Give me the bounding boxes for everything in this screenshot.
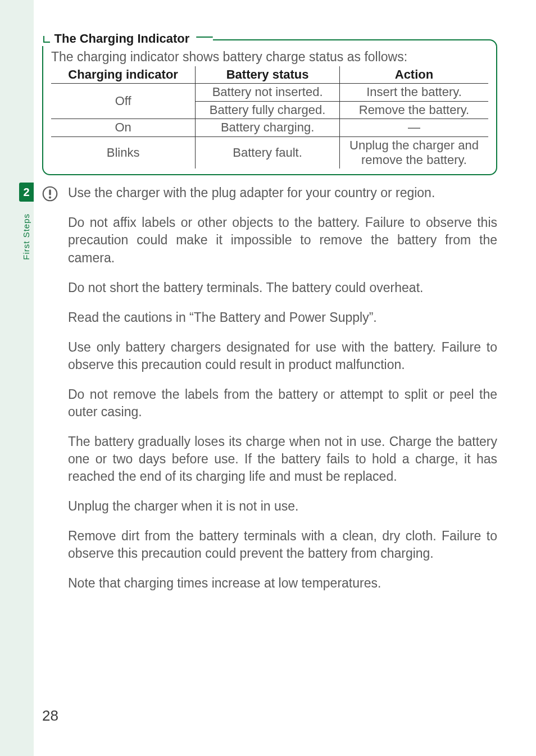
section-side-label: First Steps	[21, 213, 31, 260]
cell-status: Battery not inserted.	[196, 84, 340, 101]
svg-point-2	[49, 197, 51, 199]
cell-indicator: On	[51, 119, 196, 136]
callout-intro: The charging indicator shows battery cha…	[51, 49, 488, 64]
caution-item: Use only battery chargers designated for…	[68, 339, 497, 374]
callout-title: The Charging Indicator	[53, 31, 193, 46]
th-action: Action	[339, 66, 488, 84]
svg-rect-1	[49, 190, 51, 196]
th-indicator: Charging indicator	[51, 66, 196, 84]
caution-item: Do not remove the labels from the batter…	[68, 386, 497, 421]
cell-status: Battery fully charged.	[196, 101, 340, 119]
cell-indicator: Blinks	[51, 136, 196, 168]
cell-action: Remove the battery.	[339, 101, 488, 119]
table-row: Blinks Battery fault. Unplug the charger…	[51, 136, 488, 168]
callout-corner-icon	[42, 35, 50, 43]
th-status: Battery status	[196, 66, 340, 84]
caution-item: Do not affix labels or other objects to …	[68, 214, 497, 266]
caution-item: Do not short the battery terminals. The …	[68, 279, 497, 297]
chapter-number-tab: 2	[19, 183, 34, 202]
table-row: On Battery charging. —	[51, 119, 488, 136]
cell-status: Battery fault.	[196, 136, 340, 168]
table-row: Off Battery not inserted. Insert the bat…	[51, 84, 488, 101]
charging-indicator-callout: The Charging Indicator The charging indi…	[42, 39, 497, 175]
caution-item: Read the cautions in “The Battery and Po…	[68, 309, 497, 326]
caution-item: Remove dirt from the battery terminals w…	[68, 527, 497, 562]
caution-item: Note that charging times increase at low…	[68, 575, 497, 592]
left-margin-band	[0, 0, 34, 756]
caution-item: The battery gradually loses its charge w…	[68, 433, 497, 485]
caution-icon	[42, 186, 58, 202]
cell-action: Unplug the charger and remove the batter…	[339, 136, 488, 168]
caution-block: Use the charger with the plug adapter fo…	[42, 184, 497, 592]
page-number: 28	[42, 707, 58, 725]
callout-title-wrap: The Charging Indicator	[42, 31, 214, 46]
caution-list: Use the charger with the plug adapter fo…	[68, 184, 497, 592]
cell-action: Insert the battery.	[339, 84, 488, 101]
cell-indicator: Off	[51, 84, 196, 119]
cell-action: —	[339, 119, 488, 136]
caution-item: Unplug the charger when it is not in use…	[68, 498, 497, 515]
callout-title-dash	[196, 37, 213, 38]
caution-item: Use the charger with the plug adapter fo…	[68, 184, 497, 202]
cell-status: Battery charging.	[196, 119, 340, 136]
charging-status-table: Charging indicator Battery status Action…	[51, 66, 488, 168]
